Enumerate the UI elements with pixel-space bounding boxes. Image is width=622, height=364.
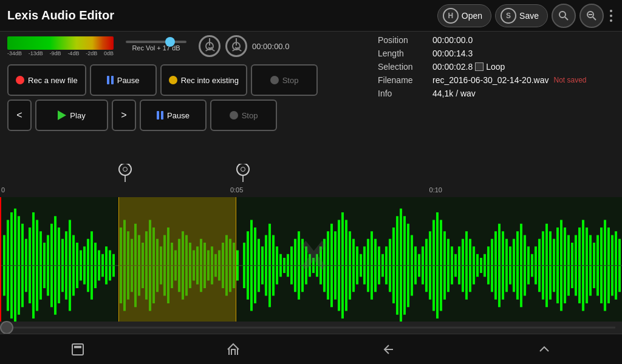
- vu-label-3: -9dB: [50, 50, 61, 56]
- filename-label: Filename: [378, 75, 432, 85]
- more-dot-1: [610, 10, 612, 12]
- rec-existing-label: Rec into existing: [181, 76, 239, 85]
- info-info-label: Info: [378, 89, 432, 98]
- rec-new-label: Rec a new file: [28, 76, 78, 85]
- position-label: Position: [378, 35, 432, 45]
- pause-bar-4: [161, 111, 163, 120]
- spinner-arm-4: [236, 38, 237, 46]
- marker-circle-right: [236, 164, 250, 176]
- prev-button[interactable]: <: [7, 99, 32, 131]
- more-menu-button[interactable]: [607, 7, 615, 24]
- save-label: Save: [519, 11, 539, 21]
- pause-bar-1: [107, 76, 109, 84]
- rec-existing-dot: [169, 76, 177, 84]
- volume-control: Rec Vol + 17 dB: [126, 41, 186, 52]
- nav-recents-button[interactable]: [63, 334, 93, 365]
- bottom-nav: [0, 334, 622, 364]
- loop-checkbox[interactable]: [475, 62, 484, 71]
- info-filename: Filename rec_2016-06-30_02-14-20.wav Not…: [378, 73, 615, 87]
- time-display: 00:00:00.0: [252, 42, 289, 51]
- pause2-label: Pause: [167, 111, 190, 120]
- app-header: Lexis Audio Editor H Open S Save: [0, 0, 622, 32]
- open-button[interactable]: H Open: [437, 4, 491, 27]
- save-icon: S: [501, 8, 516, 24]
- svg-point-0: [559, 12, 566, 18]
- zoom-out-button[interactable]: [579, 4, 604, 28]
- waveform-wrap: ✕: [0, 197, 622, 334]
- app-title: Lexis Audio Editor: [7, 8, 114, 22]
- selection-label: Selection: [378, 62, 432, 72]
- marker-line-left: [125, 176, 126, 182]
- info-panel: Position 00:00:00.0 Length 00:00:14.3 Se…: [378, 33, 615, 100]
- vu-bar: [7, 36, 114, 50]
- volume-slider[interactable]: [126, 41, 186, 43]
- scrubber-thumb[interactable]: [0, 321, 13, 334]
- info-info: Info 44,1k / wav: [378, 87, 615, 100]
- timeline-mark-0: 0: [1, 186, 5, 194]
- spinner-arm-1: [209, 38, 210, 46]
- marker-circle-left: [118, 164, 132, 176]
- more-dot-3: [610, 19, 612, 22]
- info-length: Length 00:00:14.3: [378, 47, 615, 60]
- vu-label-5: -2dB: [86, 50, 97, 56]
- next-label: >: [121, 110, 126, 121]
- open-icon: H: [443, 8, 459, 24]
- stop2-button[interactable]: Stop: [210, 99, 277, 131]
- pause-icon-2: [157, 111, 163, 120]
- vu-label-4: -4dB: [67, 50, 79, 56]
- play-icon: [58, 110, 66, 120]
- marker-line-right: [242, 176, 244, 182]
- scrubber-track: [7, 327, 615, 329]
- nav-home-button[interactable]: [218, 334, 248, 365]
- length-value: 00:00:14.3: [432, 49, 473, 58]
- volume-thumb[interactable]: [165, 37, 175, 47]
- pause-icon-1: [107, 76, 114, 84]
- info-info-value: 44,1k / wav: [432, 89, 476, 98]
- stop1-dot: [270, 76, 279, 84]
- info-position: Position 00:00:00.0: [378, 33, 615, 47]
- save-button[interactable]: S Save: [495, 4, 548, 27]
- timeline-mark-2: 0:10: [429, 186, 442, 194]
- rec-dot: [16, 76, 24, 84]
- rec-existing-button[interactable]: Rec into existing: [160, 64, 247, 96]
- waveform-container[interactable]: 0 0:05 0:10: [0, 164, 622, 334]
- next-button[interactable]: >: [112, 99, 136, 131]
- waveform-timeline: 0 0:05 0:10: [0, 185, 622, 197]
- spinner-left: [199, 35, 220, 57]
- play-label: Play: [70, 111, 85, 120]
- waveform-svg: ✕: [0, 197, 622, 334]
- svg-text:✕: ✕: [298, 232, 328, 283]
- nav-up-button[interactable]: [529, 334, 559, 365]
- scrubber-bar[interactable]: [0, 322, 622, 334]
- rec-new-button[interactable]: Rec a new file: [7, 64, 86, 96]
- svg-rect-175: [72, 344, 83, 355]
- stop1-button[interactable]: Stop: [251, 64, 318, 96]
- vu-labels: -34dB -13dB -9dB -4dB -2dB 0dB: [7, 50, 114, 56]
- stop2-label: Stop: [242, 111, 258, 120]
- selection-value: 00:00:02.8: [432, 62, 473, 72]
- pause2-button[interactable]: Pause: [140, 99, 207, 131]
- pause-bar-2: [111, 76, 114, 84]
- waveform-canvas[interactable]: ✕: [0, 197, 622, 334]
- tape-spinners: 00:00:00.0: [199, 35, 289, 57]
- button-row-2: < Play > Pause Stop: [7, 99, 615, 131]
- spinner-right: [225, 35, 247, 57]
- position-line: [0, 197, 1, 334]
- vu-label-1: -34dB: [7, 50, 22, 56]
- timeline-mark-1: 0:05: [230, 186, 243, 194]
- pause-bar-3: [157, 111, 159, 120]
- stop2-dot: [230, 111, 238, 120]
- vu-label-2: -13dB: [29, 50, 43, 56]
- info-selection: Selection 00:00:02.8 Loop: [378, 60, 615, 73]
- svg-line-1: [565, 17, 568, 20]
- search-button[interactable]: [552, 4, 576, 28]
- play-button[interactable]: Play: [35, 99, 108, 131]
- open-label: Open: [462, 11, 482, 21]
- nav-back-button[interactable]: [374, 334, 404, 365]
- marker-left: [118, 164, 132, 182]
- pause1-label: Pause: [117, 76, 140, 85]
- pause1-button[interactable]: Pause: [90, 64, 157, 96]
- filename-value: rec_2016-06-30_02-14-20.wav: [432, 75, 549, 85]
- vu-meter: -34dB -13dB -9dB -4dB -2dB 0dB: [7, 36, 114, 56]
- selection-overlay: [118, 197, 237, 334]
